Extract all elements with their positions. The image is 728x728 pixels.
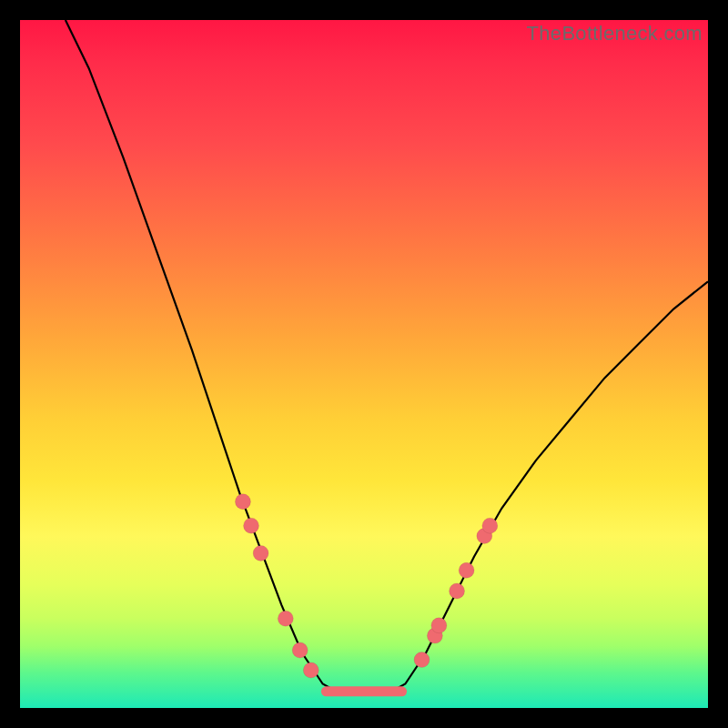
curve-marker — [450, 583, 465, 599]
curve-marker — [244, 518, 259, 533]
curve-marker — [459, 562, 474, 578]
plot-area: TheBottleneck.com — [20, 20, 708, 708]
chart-container: TheBottleneck.com — [0, 0, 728, 728]
curve-marker — [431, 618, 447, 633]
curve-marker — [278, 611, 293, 626]
curve-path — [66, 20, 708, 692]
curve-marker — [235, 494, 250, 510]
curve-marker — [253, 545, 268, 561]
bottleneck-curve — [20, 20, 708, 708]
curve-marker — [303, 662, 318, 678]
curve-marker — [414, 652, 430, 668]
curve-marker — [482, 518, 498, 533]
curve-marker — [292, 642, 308, 658]
